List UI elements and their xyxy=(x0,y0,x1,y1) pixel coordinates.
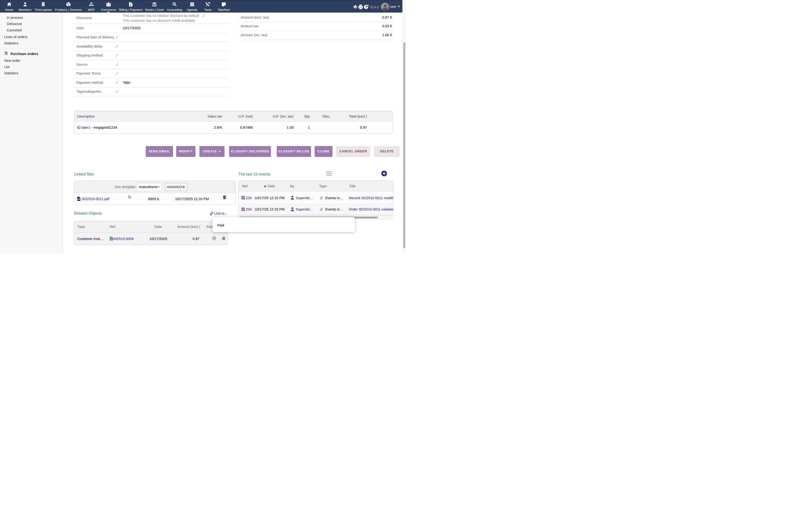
svg-text:$: $ xyxy=(111,238,112,240)
svg-text:?: ? xyxy=(365,5,367,9)
svg-text:PDF: PDF xyxy=(77,199,81,200)
